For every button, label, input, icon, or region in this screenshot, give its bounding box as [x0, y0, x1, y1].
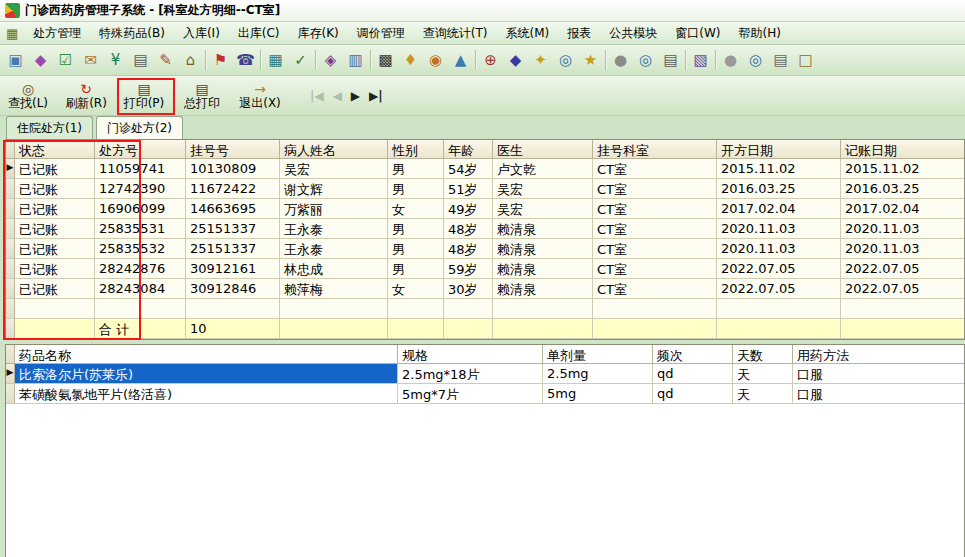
home-icon[interactable]: ⌂	[178, 48, 203, 72]
menu-item-11[interactable]: 窗口(W)	[666, 22, 729, 45]
list-icon[interactable]: ▥	[343, 48, 368, 72]
col-header-gender: 性别	[388, 140, 444, 159]
grid-icon[interactable]: ▦	[263, 48, 288, 72]
cell-empty	[717, 299, 841, 319]
row-selector	[6, 199, 15, 219]
chart-icon[interactable]: ▲	[448, 48, 473, 72]
rx-document-icon[interactable]: ▣	[3, 48, 28, 72]
exit-button[interactable]: →退出(X)	[236, 78, 284, 114]
mail-icon[interactable]: ✉	[78, 48, 103, 72]
zoom-icon[interactable]: ◎	[633, 48, 658, 72]
cell-status: 已记账	[15, 199, 95, 219]
cell-rx-date: 2017.02.04	[717, 199, 841, 219]
summary-total: 10	[186, 319, 280, 339]
plus-icon[interactable]: ⊕	[478, 48, 503, 72]
cell-drug-name: 比索洛尔片(苏莱乐)	[15, 364, 398, 384]
prescription-row[interactable]: 已记账2583553225151337王永泰男48岁赖清泉CT室2020.11.…	[6, 239, 964, 259]
menu-item-10[interactable]: 公共模块	[600, 22, 666, 45]
col-header-drug-name: 药品名称	[15, 345, 398, 364]
tab-2[interactable]: 门诊处方(2)	[96, 116, 183, 139]
audit-check-icon[interactable]: ☑	[53, 48, 78, 72]
print-icon[interactable]: ▤	[128, 48, 153, 72]
drug-row[interactable]: 苯磺酸氨氯地平片(络活喜)5mg*7片5mgqd天口服	[6, 384, 964, 404]
magnifier-icon[interactable]: ◎	[743, 48, 768, 72]
toolbar-separator	[475, 50, 476, 70]
tab-1[interactable]: 住院处方(1)	[6, 116, 93, 139]
refresh-icon: ↻	[80, 82, 92, 96]
menu-item-1[interactable]: 处方管理	[24, 22, 90, 45]
prescription-row[interactable]: 已记账2824287630912161林忠成男59岁赖清泉CT室2022.07.…	[6, 259, 964, 279]
key-icon[interactable]: ✦	[528, 48, 553, 72]
sphere-icon[interactable]: ●	[608, 48, 633, 72]
next-record-button[interactable]: ▶	[351, 89, 360, 103]
cell-rx-no: 28243084	[95, 279, 186, 299]
prescription-row[interactable]: 已记账2583553125151337王永泰男48岁赖清泉CT室2020.11.…	[6, 219, 964, 239]
menu-item-7[interactable]: 查询统计(T)	[414, 22, 497, 45]
menu-item-3[interactable]: 入库(I)	[174, 22, 229, 45]
cell-age: 51岁	[444, 179, 493, 199]
menu-item-6[interactable]: 调价管理	[348, 22, 414, 45]
menu-item-4[interactable]: 出库(C)	[229, 22, 289, 45]
cell-patient: 王永泰	[280, 239, 388, 259]
prescription-row[interactable]: ▶已记账1105974110130809吴宏男54岁卢文乾CT室2015.11.…	[6, 159, 964, 179]
cell-age: 48岁	[444, 219, 493, 239]
prev-record-button[interactable]: ◀	[333, 89, 342, 103]
drug-row[interactable]: ▶比索洛尔片(苏莱乐)2.5mg*18片2.5mgqd天口服	[6, 364, 964, 384]
refresh-button[interactable]: ↻刷新(R)	[62, 78, 110, 114]
toolbar-separator	[605, 50, 606, 70]
bell-icon[interactable]: ♦	[398, 48, 423, 72]
find-button[interactable]: ◎查找(L)	[4, 78, 52, 114]
cell-days: 天	[733, 364, 793, 384]
last-record-button[interactable]: ▶|	[369, 89, 383, 103]
cell-charge-date: 2015.11.02	[841, 159, 965, 179]
menu-item-9[interactable]: 报表	[558, 22, 600, 45]
cell-dept: CT室	[593, 219, 717, 239]
first-record-button[interactable]: |◀	[310, 89, 324, 103]
report-icon[interactable]: ▤	[658, 48, 683, 72]
sheet-icon[interactable]: ▤	[768, 48, 793, 72]
flag-icon[interactable]: ⚑	[208, 48, 233, 72]
menu-item-5[interactable]: 库存(K)	[289, 22, 348, 45]
prescription-row[interactable]: 已记账1274239011672422谢文辉男51岁吴宏CT室2016.03.2…	[6, 179, 964, 199]
prescription-row[interactable]: 已记账1690609914663695万紫丽女49岁吴宏CT室2017.02.0…	[6, 199, 964, 219]
card-icon[interactable]: ◈	[318, 48, 343, 72]
barcode-icon[interactable]: ▩	[373, 48, 398, 72]
menu-item-12[interactable]: 帮助(H)	[729, 22, 789, 45]
app-logo-icon	[5, 3, 20, 18]
menu-item-2[interactable]: 特殊药品(B)	[90, 22, 174, 45]
col-header-charge-date: 记账日期	[841, 140, 965, 159]
cell-empty	[280, 319, 388, 339]
gem-icon[interactable]: ◆	[503, 48, 528, 72]
phone-icon[interactable]: ☎	[233, 48, 258, 72]
cell-dept: CT室	[593, 179, 717, 199]
cell-status: 已记账	[15, 279, 95, 299]
cell-status	[15, 319, 95, 339]
ball-icon[interactable]: ●	[718, 48, 743, 72]
search-doc-icon[interactable]: ◎	[553, 48, 578, 72]
cell-charge-date: 2020.11.03	[841, 239, 965, 259]
cell-empty	[444, 319, 493, 339]
cell-patient: 吴宏	[280, 159, 388, 179]
cell-status: 已记账	[15, 259, 95, 279]
cell-reg-no: 25151337	[186, 239, 280, 259]
pattern-icon[interactable]: ▧	[688, 48, 713, 72]
col-header-age: 年龄	[444, 140, 493, 159]
prescription-table: 状态处方号挂号号病人姓名性别年龄医生挂号科室开方日期记账日期▶已记账110597…	[5, 139, 965, 340]
print-all-button[interactable]: ▤总打印	[178, 78, 226, 114]
clock-icon[interactable]: ◉	[423, 48, 448, 72]
star-icon[interactable]: ★	[578, 48, 603, 72]
col-header-reg-no: 挂号号	[186, 140, 280, 159]
cell-dept: CT室	[593, 199, 717, 219]
col-header-patient: 病人姓名	[280, 140, 388, 159]
menu-item-8[interactable]: 系统(M)	[497, 22, 559, 45]
window-title: 门诊西药房管理子系统 - [科室处方明细--CT室]	[25, 2, 280, 19]
fee-icon[interactable]: ¥	[103, 48, 128, 72]
edit-icon[interactable]: ✎	[153, 48, 178, 72]
prescription-row[interactable]: 已记账2824308430912846赖萍梅女30岁赖清泉CT室2022.07.…	[6, 279, 964, 299]
drug-bottle-icon[interactable]: ◆	[28, 48, 53, 72]
check-icon[interactable]: ✓	[288, 48, 313, 72]
cell-rx-no: 25835532	[95, 239, 186, 259]
notebook-icon[interactable]: □	[793, 48, 818, 72]
print-button[interactable]: ▤打印(P)	[120, 78, 168, 114]
cell-reg-no: 30912161	[186, 259, 280, 279]
